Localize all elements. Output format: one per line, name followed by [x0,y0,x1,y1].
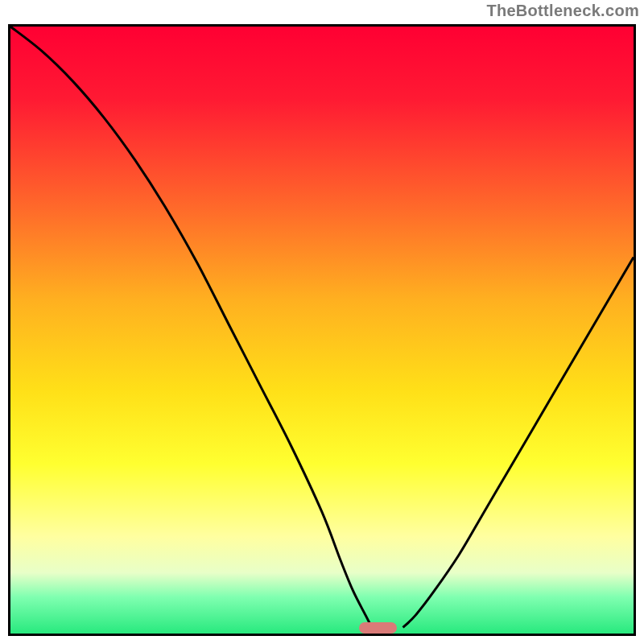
watermark-text: TheBottleneck.com [486,2,639,20]
chart-stage: TheBottleneck.com [0,0,644,644]
curve-left-path [10,27,372,627]
bottleneck-curve [10,27,634,634]
plot-area [8,24,636,636]
optimum-marker [359,622,396,634]
curve-right-path [403,258,634,628]
